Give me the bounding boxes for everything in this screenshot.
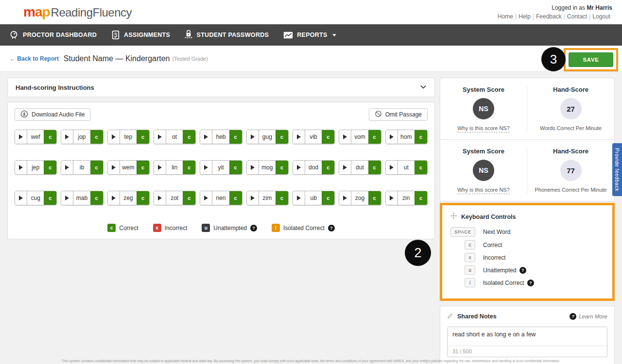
why-ns-link[interactable]: Why is this score NS?	[457, 187, 510, 194]
play-audio-button[interactable]	[61, 130, 73, 144]
nav-assignments[interactable]: ASSIGNMENTS	[111, 30, 170, 40]
word-status-badge[interactable]: c	[276, 161, 288, 174]
x-key[interactable]: x	[465, 253, 475, 262]
word-label: gug	[259, 130, 276, 144]
omit-passage-button[interactable]: Omit Passage	[369, 108, 428, 121]
play-icon	[112, 165, 116, 170]
word-status-badge[interactable]: c	[368, 130, 381, 144]
play-icon	[158, 134, 162, 139]
word-status-badge[interactable]: c	[276, 191, 288, 205]
play-icon	[65, 196, 69, 200]
word-status-badge[interactable]: c	[415, 191, 427, 205]
provide-feedback-tab[interactable]: Provide feedback	[612, 143, 622, 196]
help-icon[interactable]	[328, 225, 335, 232]
word-status-badge[interactable]: c	[322, 161, 334, 174]
contact-link[interactable]: Contact	[565, 13, 589, 20]
word-status-badge[interactable]: c	[137, 161, 149, 174]
word-status-badge[interactable]: c	[322, 130, 334, 144]
play-audio-button[interactable]	[293, 161, 305, 174]
play-audio-button[interactable]	[108, 130, 120, 144]
shared-notes-input[interactable]: read short e as long e on a few	[448, 327, 607, 346]
play-audio-button[interactable]	[61, 161, 73, 174]
word-status-badge[interactable]: c	[183, 130, 195, 144]
play-audio-button[interactable]	[200, 130, 212, 144]
play-audio-button[interactable]	[108, 161, 120, 174]
nav-proctor-dashboard[interactable]: PROCTOR DASHBOARD	[9, 30, 97, 40]
why-ns-link[interactable]: Why is this score NS?	[457, 125, 510, 132]
play-audio-button[interactable]	[386, 130, 398, 144]
word-item: wemc	[107, 160, 150, 175]
play-audio-button[interactable]	[293, 191, 305, 205]
play-audio-button[interactable]	[293, 130, 305, 144]
logout-link[interactable]: Logout	[590, 13, 612, 20]
word-item: mabc	[61, 191, 103, 205]
back-to-report-link[interactable]: Back to Report	[10, 55, 59, 62]
feedback-link[interactable]: Feedback	[534, 13, 564, 20]
space-key[interactable]: SPACE	[450, 227, 475, 237]
download-audio-button[interactable]: Download Audio File	[15, 108, 90, 121]
word-status-badge[interactable]: c	[368, 161, 381, 174]
isolated-correct-badge-icon: i	[272, 224, 280, 232]
play-audio-button[interactable]	[247, 161, 259, 174]
play-icon	[251, 196, 255, 200]
legend-item-isolated-correct: i Isolated Correct	[272, 224, 335, 232]
word-row: jepc ibc wemc linc yitc mogc dodc dutc u…	[15, 160, 428, 175]
word-status-badge[interactable]: c	[90, 191, 103, 205]
nav-reports[interactable]: REPORTS	[283, 31, 336, 39]
play-audio-button[interactable]	[200, 191, 212, 205]
word-label: zin	[398, 191, 415, 205]
play-audio-button[interactable]	[15, 191, 27, 205]
play-icon	[19, 165, 23, 170]
play-audio-button[interactable]	[339, 161, 351, 174]
word-status-badge[interactable]: c	[44, 161, 56, 174]
word-status-badge[interactable]: c	[90, 161, 103, 174]
play-audio-button[interactable]	[247, 130, 259, 144]
play-audio-button[interactable]	[386, 191, 398, 205]
word-item: ubc	[293, 191, 335, 205]
help-icon[interactable]	[527, 280, 534, 286]
play-audio-button[interactable]	[154, 130, 166, 144]
play-audio-button[interactable]	[15, 161, 27, 174]
word-status-badge[interactable]: c	[276, 130, 288, 144]
word-status-badge[interactable]: c	[415, 161, 427, 174]
incorrect-badge-icon: x	[153, 224, 161, 232]
play-audio-button[interactable]	[61, 191, 73, 205]
word-status-badge[interactable]: c	[137, 191, 149, 205]
learn-more-link[interactable]: Learn More	[570, 313, 607, 320]
play-audio-button[interactable]	[15, 130, 27, 144]
play-audio-button[interactable]	[108, 191, 120, 205]
u-key[interactable]: u	[465, 265, 475, 275]
shortcut-label: Unattempted	[483, 267, 526, 274]
hand-score-value: 77	[560, 160, 582, 181]
hand-scoring-instructions-accordion[interactable]: Hand-scoring Instructions	[7, 78, 435, 97]
c-key[interactable]: c	[465, 240, 475, 249]
word-status-badge[interactable]: c	[183, 191, 195, 205]
word-status-badge[interactable]: c	[229, 130, 242, 144]
word-status-badge[interactable]: c	[44, 130, 56, 144]
word-status-badge[interactable]: c	[137, 130, 149, 144]
play-audio-button[interactable]	[200, 161, 212, 174]
word-status-badge[interactable]: c	[415, 130, 427, 144]
word-status-badge[interactable]: c	[183, 161, 195, 174]
home-link[interactable]: Home	[496, 13, 515, 20]
nav-student-passwords[interactable]: **** STUDENT PASSWORDS	[185, 30, 269, 40]
play-audio-button[interactable]	[386, 161, 398, 174]
word-status-badge[interactable]: c	[229, 191, 242, 205]
hand-score-block: Hand-Score 77 Phonemes Correct Per Minut…	[527, 148, 614, 194]
help-link[interactable]: Help	[517, 13, 533, 20]
word-status-badge[interactable]: c	[368, 191, 381, 205]
play-audio-button[interactable]	[154, 161, 166, 174]
i-key[interactable]: i	[465, 278, 475, 287]
help-icon[interactable]	[519, 267, 526, 274]
play-audio-button[interactable]	[339, 130, 351, 144]
word-status-badge[interactable]: c	[90, 130, 103, 144]
word-status-badge[interactable]: c	[44, 191, 56, 205]
word-status-badge[interactable]: c	[322, 191, 334, 205]
play-audio-button[interactable]	[339, 191, 351, 205]
save-button[interactable]: SAVE	[569, 52, 613, 67]
play-audio-button[interactable]	[247, 191, 259, 205]
word-status-badge[interactable]: c	[229, 161, 242, 174]
help-icon[interactable]	[250, 225, 257, 232]
play-audio-button[interactable]	[154, 191, 166, 205]
word-row: cugc mabc zegc zotc nenc zimc ubc zogc z…	[15, 191, 428, 205]
